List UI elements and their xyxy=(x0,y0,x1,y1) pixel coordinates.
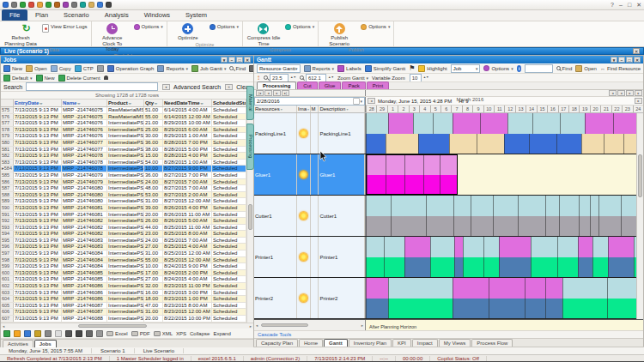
gantt-bar-segment[interactable] xyxy=(493,196,518,216)
flag-icon[interactable]: ⚑ xyxy=(409,64,415,72)
table-row[interactable]: 5987/13/2015 9:13 PMMRP -214746084Interm… xyxy=(1,257,246,264)
maximize-icon[interactable]: □ xyxy=(236,57,243,63)
close-icon[interactable]: ✕ xyxy=(634,57,641,63)
copy-button[interactable]: Copy xyxy=(51,65,71,72)
gantt-bar-segment[interactable] xyxy=(426,196,453,216)
gantt-bar-segment[interactable] xyxy=(386,155,404,175)
clear-search-icon[interactable]: ✕ xyxy=(225,84,233,90)
gantt-bar-segment[interactable] xyxy=(532,113,560,134)
xml-button[interactable]: XML xyxy=(154,331,173,336)
column-header-needdatetime[interactable]: NeedDateTime▾▾ xyxy=(163,100,212,106)
table-row[interactable]: 5927/13/2015 9:13 PMMRP -214746082Interm… xyxy=(1,218,246,225)
bottom-tab-home[interactable]: Home xyxy=(299,339,323,347)
find-button[interactable]: Find xyxy=(229,66,246,71)
table-row[interactable]: 5957/13/2015 9:13 PMMRP -214746083Interm… xyxy=(1,238,246,244)
table-row[interactable]: 5787/13/2015 9:13 PMMRP -214746076Interm… xyxy=(1,127,246,134)
open-button[interactable]: Open xyxy=(575,65,597,72)
gantt-bar-segment[interactable] xyxy=(366,196,391,216)
new-button[interactable]: New xyxy=(36,75,55,81)
gantt-bar-segment[interactable] xyxy=(404,257,431,278)
last-page-icon[interactable]: ▸| xyxy=(282,90,289,96)
gantt-bar-segment[interactable] xyxy=(404,237,431,257)
pdf-button[interactable]: PDF xyxy=(131,331,150,336)
gantt-bar-segment[interactable] xyxy=(454,257,464,278)
gantt-bar-segment[interactable] xyxy=(391,196,426,216)
table-row[interactable]: 6007/13/2015 9:13 PMMRP -214746085Interm… xyxy=(1,270,246,277)
zoom-gantt-button[interactable]: Zoom Gantt▾ xyxy=(337,75,368,81)
gantt-column-description[interactable]: Description▾ xyxy=(319,106,365,112)
gantt-bar-segment[interactable] xyxy=(529,134,556,154)
refresh-planning-data-button[interactable]: Refresh Planning Data xyxy=(3,22,38,46)
labels-button[interactable]: Labels xyxy=(337,65,361,72)
menu-tab-windows[interactable]: Windows xyxy=(137,9,178,21)
gantt-bar-segment[interactable] xyxy=(545,196,560,216)
sort-filter-icons[interactable]: ▾▾ xyxy=(39,101,41,106)
gantt-tab-glue[interactable]: Glue xyxy=(319,81,342,89)
gantt-bar-segment[interactable] xyxy=(598,216,621,237)
menu-tab-analysis[interactable]: Analysis xyxy=(97,9,137,21)
prev-page-icon[interactable]: ◂ xyxy=(264,90,272,96)
gantt-bar-segment[interactable] xyxy=(453,113,480,134)
gantt-bar-segment[interactable] xyxy=(391,216,426,237)
search-dropdown-icon[interactable]: ▾ xyxy=(162,84,170,90)
gantt-bar-segment[interactable] xyxy=(560,113,585,134)
table-row[interactable]: 5937/13/2015 9:13 PMMRP -214746082Interm… xyxy=(1,225,246,232)
redo-icon[interactable] xyxy=(28,2,34,8)
highlight-button[interactable]: Highlight xyxy=(418,65,447,72)
job-gantt-button[interactable]: Job Gantt▾ xyxy=(191,65,227,72)
bottom-tab-my-views[interactable]: My Views xyxy=(439,339,471,347)
clock-icon[interactable] xyxy=(63,2,69,8)
gantt-bar-segment[interactable] xyxy=(477,134,504,154)
gantt-bar-segment[interactable] xyxy=(404,155,423,175)
gantt-bar-segment[interactable] xyxy=(608,257,635,278)
table-row[interactable]: 6067/13/2015 9:13 PMMRP -214746087Interm… xyxy=(1,309,246,316)
gantt-bar-segment[interactable] xyxy=(454,237,464,257)
table-row[interactable]: 5857/13/2015 9:13 PMMRP -214746079Interm… xyxy=(1,172,246,179)
clock-back-icon[interactable]: ◂ xyxy=(368,98,375,104)
refresh-icon[interactable] xyxy=(46,2,52,8)
sort-filter-icons[interactable]: ▾▾ xyxy=(201,101,203,106)
calendar-icon[interactable] xyxy=(353,98,360,105)
simplify-gantt-button[interactable]: Simplify Gantt xyxy=(365,65,405,72)
gantt-bar-segment[interactable] xyxy=(483,237,498,257)
optimize-button[interactable]: Optimize xyxy=(171,22,205,41)
gantt-bar-segment[interactable] xyxy=(453,216,471,237)
gantt-bar-segment[interactable] xyxy=(366,113,388,134)
first-page-icon[interactable]: |◂ xyxy=(256,90,264,96)
table-row[interactable]: 5757/13/2015 9:13 PMMRP -214746075RawMat… xyxy=(1,107,246,114)
table-row[interactable]: 5837/13/2015 9:13 PMMRP -214746078Interm… xyxy=(1,160,246,166)
table-row[interactable]: 5827/13/2015 9:13 PMMRP -214746078Interm… xyxy=(1,153,246,160)
gantt-bar-segment[interactable] xyxy=(453,278,489,299)
delete-current-button[interactable]: Delete Current xyxy=(58,75,100,81)
gantt-bar-segment[interactable] xyxy=(590,216,598,237)
export-toolbar-icon[interactable] xyxy=(24,330,31,337)
options-button[interactable]: Options▾ xyxy=(134,22,163,52)
dock-tab-processing[interactable]: Processing xyxy=(246,124,254,170)
gantt-bar-segment[interactable] xyxy=(556,134,581,154)
cascade-tools-label[interactable]: Cascade Tools xyxy=(258,332,291,337)
gantt-bar-segment[interactable] xyxy=(404,175,423,195)
table-row[interactable]: 5967/13/2015 9:13 PMMRP -214746083Interm… xyxy=(1,244,246,250)
gantt-bar-segment[interactable] xyxy=(518,196,545,216)
gantt-bar-segment[interactable] xyxy=(423,175,440,195)
select-all-button[interactable]: Select All xyxy=(249,65,253,72)
gantt-bar-segment[interactable] xyxy=(559,196,579,216)
options-button[interactable]: Options▾ xyxy=(285,22,314,46)
gantt-bar-segment[interactable] xyxy=(557,257,578,278)
pin-icon[interactable]: ▾ xyxy=(611,57,617,63)
close-icon[interactable]: ✕ xyxy=(636,2,641,9)
menu-tab-plan[interactable]: Plan xyxy=(27,9,56,21)
alert-icon[interactable] xyxy=(88,2,94,8)
minimize-icon[interactable]: – xyxy=(618,57,625,63)
export-toolbar-icon[interactable] xyxy=(45,330,52,337)
table-row[interactable]: 5767/13/2015 9:13 PMMRP -214746075RawMat… xyxy=(1,114,246,121)
minimize-icon[interactable]: – xyxy=(228,57,235,63)
gantt-bar-segment[interactable] xyxy=(433,113,453,134)
scroll-left-icon[interactable]: ◂ xyxy=(617,90,625,96)
gantt-column-ima[interactable]: Ima▾ xyxy=(297,106,311,112)
sort-filter-icons[interactable]: ▾▾ xyxy=(155,101,156,106)
gantt-bar-segment[interactable] xyxy=(592,257,607,278)
ctp-button[interactable]: CTP xyxy=(75,65,94,72)
gantt-bar-segment[interactable] xyxy=(449,134,477,154)
default-button[interactable]: Default▾ xyxy=(3,75,33,81)
